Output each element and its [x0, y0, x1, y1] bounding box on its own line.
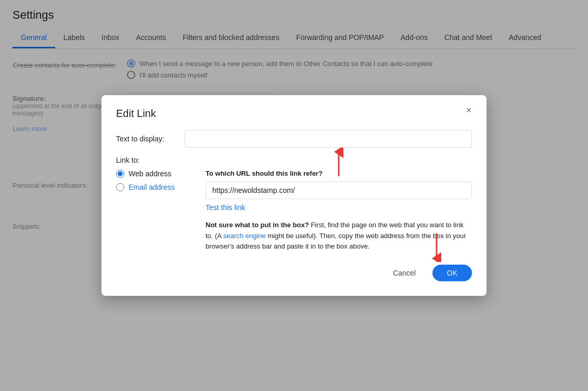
email-address-label[interactable]: Email address	[129, 183, 175, 191]
url-input-container	[206, 181, 472, 199]
link-to-section: Link to: Web address Email address To wh…	[116, 156, 472, 252]
link-to-options: Web address Email address To which URL s…	[116, 170, 472, 252]
ok-button[interactable]: OK	[432, 265, 472, 281]
dialog-footer: Cancel OK	[116, 265, 472, 281]
url-input[interactable]	[206, 181, 472, 199]
text-display-row: Text to display:	[116, 130, 472, 148]
link-type-options: Web address Email address	[116, 170, 189, 191]
test-link[interactable]: Test this link	[206, 203, 245, 212]
web-address-option: Web address	[116, 170, 189, 178]
edit-link-dialog: × Edit Link Text to display: Link to: We…	[101, 95, 487, 296]
web-address-label: Web address	[129, 170, 171, 178]
email-address-radio[interactable]	[116, 183, 124, 191]
email-address-option: Email address	[116, 183, 189, 191]
close-button[interactable]: ×	[462, 103, 476, 118]
modal-overlay: × Edit Link Text to display: Link to: We…	[0, 0, 588, 391]
red-arrow-down	[426, 233, 447, 262]
text-display-label: Text to display:	[116, 135, 178, 143]
dialog-title: Edit Link	[116, 108, 472, 120]
web-address-radio[interactable]	[116, 170, 124, 178]
search-engine-link[interactable]: search engine	[223, 232, 266, 240]
link-to-label: Link to:	[116, 156, 472, 164]
red-arrow-up	[328, 148, 349, 179]
cancel-button[interactable]: Cancel	[382, 265, 426, 281]
help-text-bold: Not sure what to put in the box?	[206, 221, 309, 229]
text-display-input[interactable]	[185, 130, 472, 148]
